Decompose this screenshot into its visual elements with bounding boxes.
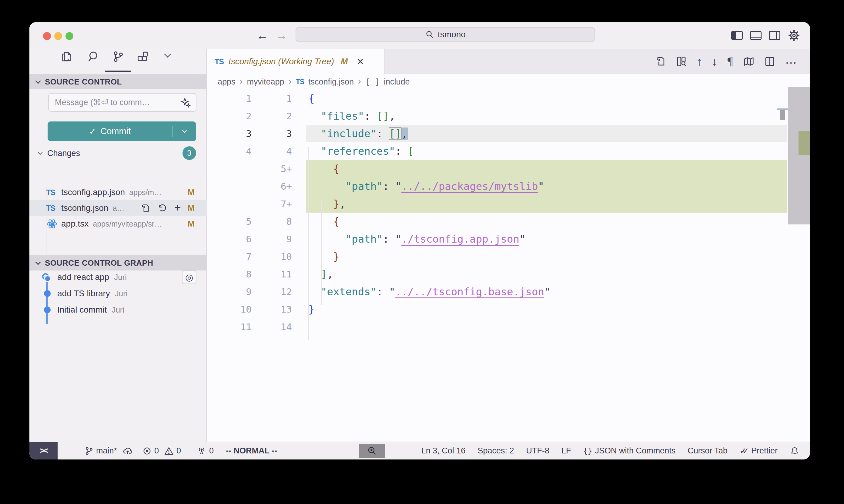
stage-changes-icon[interactable]: +	[174, 202, 181, 213]
previous-change-icon[interactable]: ↑	[696, 55, 702, 68]
toggle-primary-sidebar-button[interactable]	[731, 31, 743, 40]
code-line-text: ],	[306, 265, 787, 283]
code-editor[interactable]: 11{22 "files": [],33 "include": [],44 "r…	[207, 90, 810, 336]
file-row-tsconfig-json[interactable]: TS tsconfig.json a… + M	[30, 200, 207, 216]
ports-status-item[interactable]: 0	[197, 446, 214, 456]
inline-diff-view-icon[interactable]	[675, 56, 687, 67]
cursor-position-item[interactable]: Ln 3, Col 16	[421, 446, 466, 455]
next-change-icon[interactable]: ↓	[711, 55, 717, 68]
close-tab-icon[interactable]: ×	[357, 56, 363, 67]
commit-row[interactable]: add react app Juri ◎	[30, 269, 207, 285]
file-row-tsconfig-app-json[interactable]: TS tsconfig.app.json apps/m… M	[30, 184, 207, 200]
commit-dropdown-button[interactable]	[172, 130, 196, 132]
cloud-upload-icon	[122, 446, 133, 456]
commit-message-input[interactable]: Message (⌘⏎ to comm…	[48, 93, 196, 112]
code-line-text: },	[306, 195, 787, 213]
whitespace-pilcrow-icon[interactable]: ¶	[727, 55, 734, 68]
discard-changes-icon[interactable]	[157, 203, 167, 213]
open-file-icon[interactable]	[655, 56, 666, 67]
encoding-item[interactable]: UTF-8	[526, 446, 549, 455]
language-mode-item[interactable]: {} JSON with Comments	[583, 446, 675, 455]
breadcrumbs[interactable]: apps › myviteapp › TS tsconfig.json › [ …	[207, 74, 810, 89]
navigate-back-button[interactable]: ←	[256, 22, 268, 49]
source-control-graph-section-header[interactable]: SOURCE CONTROL GRAPH	[30, 255, 207, 270]
modified-line-number: 5+	[252, 160, 292, 178]
more-views-chevron-icon[interactable]	[165, 54, 170, 57]
titlebar: ← → tsmono	[30, 22, 810, 49]
breadcrumb-item[interactable]: apps	[218, 77, 236, 87]
modified-status-badge: M	[188, 219, 195, 229]
tab-tsconfig-json-working-tree[interactable]: TS tsconfig.json (Working Tree) M ×	[207, 49, 385, 74]
code-line[interactable]: 710 }	[207, 248, 810, 265]
settings-gear-icon[interactable]	[788, 29, 800, 42]
minimize-window-button[interactable]	[54, 32, 62, 40]
code-line[interactable]: 22 "files": [],	[207, 107, 810, 125]
file-row-app-tsx[interactable]: app.tsx apps/myviteapp/sr… M	[30, 216, 207, 232]
typescript-file-icon: TS	[46, 204, 55, 213]
code-line-text: "references": [	[306, 142, 787, 160]
branch-status-item[interactable]: main*	[84, 446, 117, 455]
remote-indicator-button[interactable]: ><	[30, 442, 57, 460]
code-line[interactable]: 44 "references": [	[207, 142, 810, 160]
breadcrumb-symbol[interactable]: include	[384, 77, 410, 87]
map-icon[interactable]	[743, 56, 755, 67]
indentation-item[interactable]: Spaces: 2	[478, 446, 514, 455]
source-control-icon[interactable]	[112, 51, 124, 63]
commit-node-icon	[44, 307, 51, 313]
eol-item[interactable]: LF	[562, 446, 571, 455]
command-center-search[interactable]: tsmono	[296, 27, 595, 42]
commit-message-placeholder: Message (⌘⏎ to comm…	[55, 97, 180, 107]
commit-row[interactable]: Initial commit Juri	[30, 302, 207, 318]
original-line-number	[207, 160, 252, 178]
explorer-icon[interactable]	[60, 51, 72, 63]
modified-line-number: 7+	[252, 195, 292, 213]
toggle-secondary-sidebar-button[interactable]	[769, 31, 780, 40]
error-count: 0	[154, 446, 159, 455]
close-window-button[interactable]	[43, 32, 51, 40]
breadcrumb-item[interactable]: myviteapp	[247, 77, 285, 87]
more-actions-icon[interactable]: …	[785, 53, 798, 66]
source-control-section-header[interactable]: SOURCE CONTROL	[30, 74, 207, 89]
code-line[interactable]: 1013}	[207, 301, 810, 318]
code-line[interactable]: 6+ "path": "../../packages/mytslib"	[207, 178, 810, 195]
radio-tower-icon	[197, 446, 206, 456]
notifications-bell-icon[interactable]	[790, 446, 799, 456]
zoom-window-button[interactable]	[66, 32, 73, 40]
code-line[interactable]: 1114	[207, 318, 810, 336]
zoom-status-item[interactable]	[359, 444, 385, 458]
commit-message: add TS library	[57, 289, 110, 298]
original-line-number: 7	[207, 248, 252, 265]
commit-button[interactable]: ✓ Commit	[48, 122, 196, 141]
formatter-name: Prettier	[751, 446, 778, 455]
sparkle-icon[interactable]	[180, 97, 191, 108]
tab-completion-item[interactable]: Cursor Tab	[688, 446, 728, 455]
array-symbol-icon: [ ]	[365, 77, 380, 86]
split-editor-icon[interactable]	[764, 56, 775, 67]
code-line[interactable]: 7+ },	[207, 195, 810, 213]
code-line[interactable]: 33 "include": [],	[207, 125, 810, 142]
file-path: apps/m…	[129, 188, 188, 197]
extensions-icon[interactable]	[136, 51, 149, 63]
modified-line-number: 2	[252, 107, 292, 125]
file-name: tsconfig.app.json	[61, 187, 125, 197]
braces-icon: {}	[583, 447, 592, 455]
code-line[interactable]: 5+ {	[207, 160, 810, 178]
code-line[interactable]: 69 "path": "./tsconfig.app.json"	[207, 230, 810, 248]
code-line[interactable]: 58 {	[207, 213, 810, 230]
commit-row[interactable]: add TS library Juri	[30, 285, 207, 302]
search-sidebar-icon[interactable]	[88, 51, 100, 63]
changes-section-header[interactable]: Changes	[38, 149, 80, 158]
navigate-forward-button[interactable]: →	[276, 22, 288, 49]
open-file-icon[interactable]	[140, 203, 150, 213]
problems-status-item[interactable]: 0 0	[142, 446, 181, 456]
breadcrumb-item[interactable]: tsconfig.json	[308, 77, 354, 87]
code-line[interactable]: 912 "extends": "../../tsconfig.base.json…	[207, 283, 810, 301]
vertical-scrollbar[interactable]	[788, 87, 810, 224]
code-line[interactable]: 11{	[207, 90, 810, 107]
toggle-panel-button[interactable]	[750, 31, 761, 40]
code-line[interactable]: 811 ],	[207, 265, 810, 283]
formatter-item[interactable]: ✓✓ Prettier	[740, 446, 778, 456]
sync-status-item[interactable]	[122, 446, 133, 456]
goto-ref-button[interactable]: ◎	[182, 270, 196, 284]
commit-author: Juri	[111, 305, 124, 315]
